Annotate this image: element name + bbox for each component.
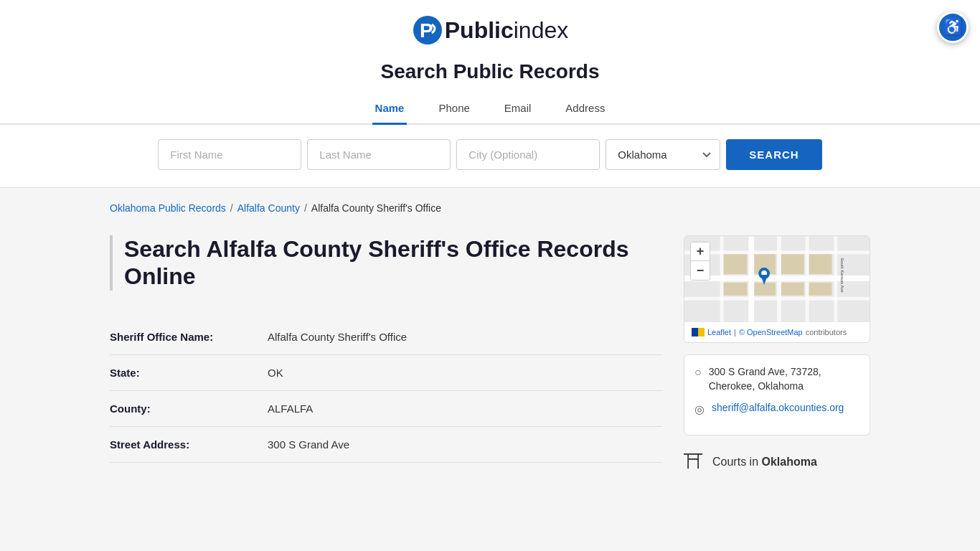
- breadcrumb-sep-2: /: [304, 202, 307, 214]
- map-svg: South Kansas Ave: [684, 236, 870, 322]
- svg-rect-6: [748, 236, 754, 321]
- breadcrumb-sep-1: /: [230, 202, 233, 214]
- info-row-address: Street Address: 300 S Grand Ave: [110, 427, 662, 463]
- breadcrumb-current: Alfalfa County Sheriff's Office: [311, 202, 441, 214]
- breadcrumb-link-alfalfa[interactable]: Alfalfa County: [237, 202, 300, 214]
- logo-icon: P: [412, 14, 443, 46]
- svg-text:South Kansas Ave: South Kansas Ave: [840, 258, 844, 293]
- sheriff-label: Sheriff Office Name:: [110, 331, 268, 343]
- county-value: ALFALFA: [268, 402, 313, 415]
- tab-name[interactable]: Name: [372, 95, 407, 125]
- courts-text: Courts in Oklahoma: [712, 456, 817, 468]
- courts-icon: ⛩: [684, 450, 704, 474]
- courts-section: ⛩ Courts in Oklahoma: [684, 450, 870, 474]
- logo-public-text: Public: [445, 17, 514, 44]
- svg-rect-9: [834, 236, 837, 321]
- address-text: 300 S Grand Ave, 73728,Cherokee, Oklahom…: [709, 365, 821, 393]
- tab-phone[interactable]: Phone: [435, 95, 472, 125]
- svg-rect-17: [809, 283, 832, 296]
- page-heading: Search Alfalfa County Sheriff's Office R…: [110, 235, 662, 291]
- tab-email[interactable]: Email: [501, 95, 534, 125]
- svg-rect-11: [724, 254, 748, 274]
- accessibility-icon: ♿: [943, 18, 963, 37]
- main-content: Oklahoma Public Records / Alfalfa County…: [95, 188, 885, 502]
- header: P Publicindex Search Public Records Name…: [0, 0, 980, 188]
- svg-text:P: P: [420, 19, 433, 42]
- address-location-row: ○ 300 S Grand Ave, 73728,Cherokee, Oklah…: [694, 365, 859, 393]
- map-pipe: |: [734, 328, 736, 336]
- content-left: Search Alfalfa County Sheriff's Office R…: [110, 235, 662, 463]
- email-at-icon: ◎: [694, 402, 705, 416]
- info-row-sheriff: Sheriff Office Name: Alfalfa County Sher…: [110, 319, 662, 355]
- svg-rect-7: [777, 236, 781, 321]
- breadcrumb-link-oklahoma[interactable]: Oklahoma Public Records: [110, 202, 226, 214]
- logo: P Publicindex: [412, 14, 569, 46]
- search-button[interactable]: SEARCH: [726, 139, 821, 170]
- city-input[interactable]: [456, 139, 600, 170]
- page-title: Search Public Records: [0, 60, 980, 83]
- map-zoom-in-button[interactable]: +: [691, 242, 710, 261]
- tabs: Name Phone Email Address: [0, 95, 980, 125]
- map-controls: + −: [690, 242, 710, 281]
- last-name-input[interactable]: [307, 139, 451, 170]
- address-value: 300 S Grand Ave: [268, 438, 349, 451]
- logo-index-text: index: [514, 17, 569, 44]
- svg-rect-24: [698, 328, 705, 336]
- svg-rect-14: [724, 283, 748, 296]
- address-email-row: ◎ sheriff@alfalfa.okcounties.org: [694, 402, 859, 416]
- map-visual: South Kansas Ave + −: [684, 236, 870, 322]
- svg-rect-18: [809, 254, 832, 274]
- state-label: State:: [110, 367, 268, 379]
- map-container: South Kansas Ave + − Leaflet |: [684, 235, 870, 343]
- location-pin-icon: ○: [694, 366, 702, 379]
- sheriff-value: Alfalfa County Sheriff's Office: [268, 331, 407, 343]
- map-footer: Leaflet | © OpenStreetMap contributors: [684, 322, 870, 342]
- content-right: South Kansas Ave + − Leaflet |: [684, 235, 870, 474]
- info-row-state: State: OK: [110, 355, 662, 391]
- svg-rect-15: [754, 283, 776, 296]
- address-card: ○ 300 S Grand Ave, 73728,Cherokee, Oklah…: [684, 354, 870, 435]
- search-bar: Oklahoma Alabama Alaska Arizona Arkansas…: [0, 125, 980, 187]
- address-label: Street Address:: [110, 438, 268, 451]
- state-value: OK: [268, 367, 283, 379]
- breadcrumb: Oklahoma Public Records / Alfalfa County…: [110, 202, 870, 214]
- logo-container: P Publicindex: [0, 14, 980, 49]
- county-label: County:: [110, 402, 268, 415]
- tab-address[interactable]: Address: [562, 95, 608, 125]
- leaflet-link[interactable]: Leaflet: [707, 328, 731, 336]
- email-link[interactable]: sheriff@alfalfa.okcounties.org: [712, 402, 844, 413]
- first-name-input[interactable]: [158, 139, 301, 170]
- map-contributors: contributors: [806, 328, 847, 336]
- osm-link[interactable]: © OpenStreetMap: [739, 328, 803, 336]
- map-zoom-out-button[interactable]: −: [691, 261, 710, 280]
- svg-rect-10: [720, 236, 724, 321]
- content-layout: Search Alfalfa County Sheriff's Office R…: [110, 235, 870, 474]
- heading-text: Search Alfalfa County Sheriff's Office R…: [124, 235, 662, 291]
- svg-rect-23: [692, 328, 698, 336]
- info-row-county: County: ALFALFA: [110, 391, 662, 427]
- svg-rect-16: [781, 283, 804, 296]
- svg-rect-8: [806, 236, 809, 321]
- leaflet-flag: [692, 328, 705, 336]
- svg-rect-13: [781, 254, 804, 274]
- accessibility-button[interactable]: ♿: [937, 11, 969, 43]
- state-select[interactable]: Oklahoma Alabama Alaska Arizona Arkansas…: [606, 139, 720, 170]
